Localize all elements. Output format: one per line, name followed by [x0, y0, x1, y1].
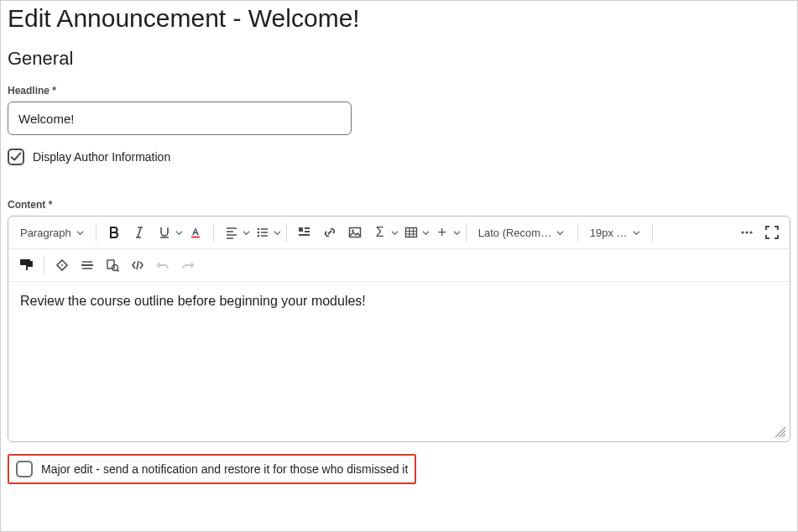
more-actions-button[interactable] [734, 220, 759, 245]
rich-text-editor: Paragraph [8, 216, 790, 442]
insert-more-button[interactable]: + [430, 220, 455, 245]
svg-point-11 [741, 231, 743, 233]
bold-button[interactable] [102, 220, 127, 245]
image-icon [348, 226, 362, 239]
format-painter-button[interactable] [13, 253, 39, 278]
link-icon [323, 226, 336, 239]
table-button[interactable] [399, 220, 424, 245]
plus-icon: + [437, 224, 446, 242]
display-author-row: Display Author Information [8, 149, 790, 165]
sigma-icon: Σ [376, 225, 384, 240]
check-icon [10, 151, 22, 163]
svg-rect-4 [299, 227, 303, 232]
insert-stuff-icon [298, 226, 311, 239]
major-edit-row: Major edit - send a notification and res… [8, 454, 416, 484]
svg-rect-6 [305, 231, 310, 232]
italic-button[interactable] [127, 220, 152, 245]
headline-label: Headline * [8, 85, 790, 96]
major-edit-checkbox[interactable] [16, 461, 33, 477]
link-button[interactable] [317, 220, 342, 245]
svg-rect-15 [81, 264, 93, 266]
bullet-list-icon [256, 226, 269, 239]
svg-rect-16 [107, 260, 114, 269]
page-frame: Edit Announcement - Welcome! General Hea… [0, 0, 798, 532]
svg-point-1 [257, 228, 259, 231]
svg-rect-10 [405, 228, 416, 237]
editor-toolbar-row-1: Paragraph [8, 216, 790, 249]
content-section: Content * Paragraph [8, 199, 790, 442]
text-color-button[interactable] [183, 220, 208, 245]
eye-document-icon [106, 258, 119, 272]
hr-button[interactable] [75, 253, 100, 278]
text-color-icon [189, 226, 202, 239]
font-size-dropdown[interactable]: 19px … [583, 220, 647, 245]
source-code-button[interactable] [125, 253, 150, 278]
redo-button[interactable] [175, 253, 201, 278]
align-left-icon [225, 226, 238, 239]
editor-toolbar-row-2 [8, 249, 790, 282]
separator [652, 223, 653, 242]
svg-rect-5 [305, 227, 310, 229]
svg-point-9 [352, 230, 354, 232]
undo-icon [156, 258, 170, 272]
display-author-checkbox[interactable] [8, 149, 24, 165]
separator [286, 223, 287, 242]
apply-style-button[interactable] [50, 253, 75, 278]
format-painter-icon [18, 258, 34, 273]
diamond-icon [55, 258, 69, 272]
separator [577, 223, 578, 242]
fullscreen-icon [764, 225, 780, 240]
page-title: Edit Announcement - Welcome! [8, 4, 790, 33]
svg-point-3 [257, 235, 259, 237]
resize-handle[interactable] [775, 426, 786, 438]
a11y-check-button[interactable] [100, 253, 125, 278]
equation-dropdown-icon[interactable] [391, 229, 399, 237]
align-button[interactable] [219, 220, 244, 245]
italic-icon [133, 226, 146, 239]
major-edit-label: Major edit - send a notification and res… [41, 462, 408, 476]
divider-icon [81, 258, 94, 272]
insert-more-dropdown-icon[interactable] [453, 229, 461, 237]
content-editable-area[interactable]: Review the course outline before beginni… [8, 282, 790, 441]
underline-button[interactable] [152, 220, 177, 245]
svg-point-2 [257, 232, 259, 234]
svg-point-14 [61, 264, 63, 266]
display-author-label: Display Author Information [33, 150, 170, 164]
fullscreen-button[interactable] [759, 220, 785, 245]
chevron-down-icon [633, 229, 640, 237]
underline-icon [158, 226, 171, 239]
chevron-down-icon [76, 229, 84, 237]
paragraph-format-dropdown[interactable]: Paragraph [13, 220, 91, 245]
table-icon [404, 226, 418, 239]
separator [96, 223, 96, 242]
svg-rect-7 [299, 234, 310, 236]
code-icon [131, 258, 144, 272]
separator [44, 256, 44, 274]
headline-input[interactable] [8, 102, 352, 135]
svg-rect-0 [191, 237, 200, 238]
content-label: Content * [8, 199, 790, 211]
align-dropdown-icon[interactable] [243, 229, 250, 237]
svg-point-17 [112, 265, 118, 271]
svg-rect-8 [349, 228, 360, 237]
equation-button[interactable]: Σ [368, 220, 393, 245]
resize-icon [775, 426, 786, 438]
bold-icon [107, 226, 121, 239]
ellipsis-icon [740, 226, 754, 239]
underline-dropdown-icon[interactable] [175, 229, 183, 237]
general-heading: General [8, 48, 790, 70]
separator [213, 223, 214, 242]
chevron-down-icon [556, 229, 564, 237]
table-dropdown-icon[interactable] [422, 229, 430, 237]
list-dropdown-icon[interactable] [274, 229, 281, 237]
separator [466, 223, 467, 242]
insert-stuff-button[interactable] [292, 220, 317, 245]
svg-point-13 [749, 231, 752, 233]
image-button[interactable] [342, 220, 368, 245]
list-button[interactable] [250, 220, 275, 245]
undo-button[interactable] [150, 253, 175, 278]
redo-icon [181, 258, 195, 272]
font-family-dropdown[interactable]: Lato (Recom… [472, 220, 572, 245]
svg-point-12 [745, 231, 748, 233]
